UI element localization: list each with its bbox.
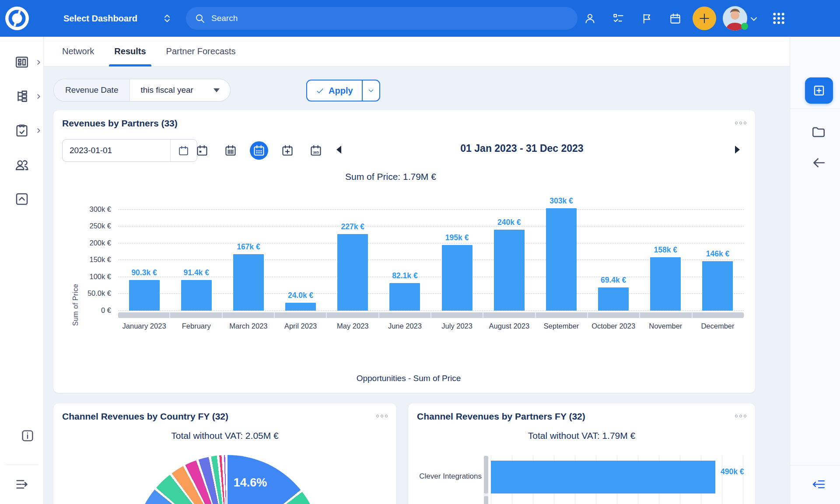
bar-value-label: 24.0k € [288,291,313,300]
y-axis-tick: 200k € [71,239,111,247]
tab-partner-forecasts[interactable]: Partner Forecasts [166,37,236,66]
chevron-down-icon [367,87,375,94]
view-day-button[interactable] [193,141,211,160]
next-period-icon[interactable] [733,144,742,155]
scrollbar-segment[interactable] [484,456,488,494]
bar-slot: 146k € [692,192,744,311]
date-input-group [62,139,197,162]
back-arrow-icon[interactable] [811,155,826,170]
apply-options-button[interactable] [362,80,379,101]
scrollbar-segment[interactable] [170,312,222,318]
view-month-button-selected[interactable] [250,141,268,160]
chart-footer: Opportunities - Sum of Price [321,374,496,383]
chart-scrollbar[interactable] [118,312,744,318]
dashboards-icon[interactable] [14,55,29,70]
scrollbar-segment[interactable] [536,312,588,318]
hbar-scrollbar[interactable] [484,456,488,504]
top-bar: Select Dashboard [0,0,840,37]
collapse-panel-icon[interactable] [811,477,826,492]
column-chart-plot: 90.3k €91.4k €167k €24.0k €227k €82.1k €… [118,192,744,311]
scrollbar-segment[interactable] [483,312,536,318]
hbar-bar[interactable] [491,461,715,494]
scrollbar-segment[interactable] [431,312,483,318]
dashboard-selector-label: Select Dashboard [63,14,137,24]
tasks-icon[interactable] [609,9,628,28]
bar[interactable]: 24.0k € [285,303,316,311]
chevron-right-icon[interactable] [36,128,42,133]
x-axis-label: March 2023 [222,322,274,330]
search-input[interactable] [211,14,544,23]
bar-value-label: 82.1k € [392,271,417,280]
date-input[interactable] [63,146,170,155]
flag-icon[interactable] [637,9,656,28]
presence-dot [741,23,748,30]
bar[interactable]: 158k € [650,257,681,311]
bar-slot: 158k € [640,192,692,311]
view-year-365-button[interactable]: 365 [307,141,325,160]
dashboard-selector-expand-icon[interactable] [162,13,172,24]
bar-slot: 82.1k € [379,192,431,311]
folder-icon[interactable] [811,125,826,140]
contact-icon[interactable] [580,9,599,28]
chevron-right-icon[interactable] [36,60,42,65]
tabs-bar: Network Results Partner Forecasts [44,37,790,66]
bar[interactable]: 91.4k € [181,280,212,311]
bar[interactable]: 82.1k € [389,283,420,311]
column-chart: Sum of Price 300k €250k €200k €150k €100… [71,192,747,337]
prev-period-icon[interactable] [335,144,343,155]
scrollbar-segment[interactable] [588,312,640,318]
widget-menu-button[interactable] [376,415,388,417]
search-bar[interactable] [186,7,578,30]
scrollbar-segment[interactable] [693,312,744,318]
expand-sidebar-icon[interactable] [14,477,29,492]
scrollbar-segment[interactable] [223,312,275,318]
scrollbar-segment[interactable] [640,312,692,318]
filter-field[interactable]: Revenue Date [54,79,130,101]
bar[interactable]: 195k € [442,245,472,311]
bar[interactable]: 69.4k € [598,287,629,311]
view-week-button[interactable] [221,141,240,160]
chart-subtitle: Sum of Price: 1.79M € [303,172,478,182]
calendar-icon[interactable] [665,9,685,28]
tab-results[interactable]: Results [114,37,146,66]
quick-add-button[interactable] [693,7,716,30]
scrollbar-segment[interactable] [379,312,431,318]
pie-chart[interactable]: 14.6% [133,455,322,504]
account-caret-icon[interactable] [749,14,759,24]
scrollbar-segment[interactable] [118,312,170,318]
apps-grid-icon[interactable] [771,10,787,26]
bar-value-label: 158k € [654,245,678,255]
x-axis-label: April 2023 [275,322,327,330]
filter-range-select[interactable]: this fiscal year [130,79,230,101]
apply-button[interactable]: Apply [307,80,362,101]
date-picker-button[interactable] [170,140,196,161]
contacts-icon[interactable] [14,158,29,172]
bar[interactable]: 240k € [494,230,525,311]
bar[interactable]: 90.3k € [129,280,160,311]
bar[interactable]: 146k € [702,261,733,311]
widget-menu-button[interactable] [735,122,746,124]
bar[interactable]: 303k € [546,208,577,311]
bar[interactable]: 167k € [233,254,264,311]
dashboard-selector[interactable]: Select Dashboard [63,0,137,37]
scrollbar-segment[interactable] [484,496,488,504]
tab-network[interactable]: Network [62,37,94,66]
bar-value-label: 146k € [706,249,730,259]
scrollbar-segment[interactable] [275,312,327,318]
pipeline-icon[interactable] [14,89,29,104]
widget-title: Channel Revenues by Country FY (32) [62,411,228,422]
plus-icon [699,13,710,24]
scrollbar-segment[interactable] [327,312,379,318]
app-logo-icon[interactable] [5,7,29,30]
chevron-right-icon[interactable] [36,94,42,99]
bar-slot: 303k € [535,192,587,311]
activities-icon[interactable] [14,123,29,138]
add-widget-button[interactable] [805,77,833,104]
widget-menu-button[interactable] [735,415,746,417]
left-sidebar [0,37,44,504]
info-icon[interactable] [21,429,35,443]
view-add-period-button[interactable] [278,141,297,160]
bar[interactable]: 227k € [337,234,368,311]
products-icon[interactable] [14,192,29,206]
right-rail [790,37,840,504]
